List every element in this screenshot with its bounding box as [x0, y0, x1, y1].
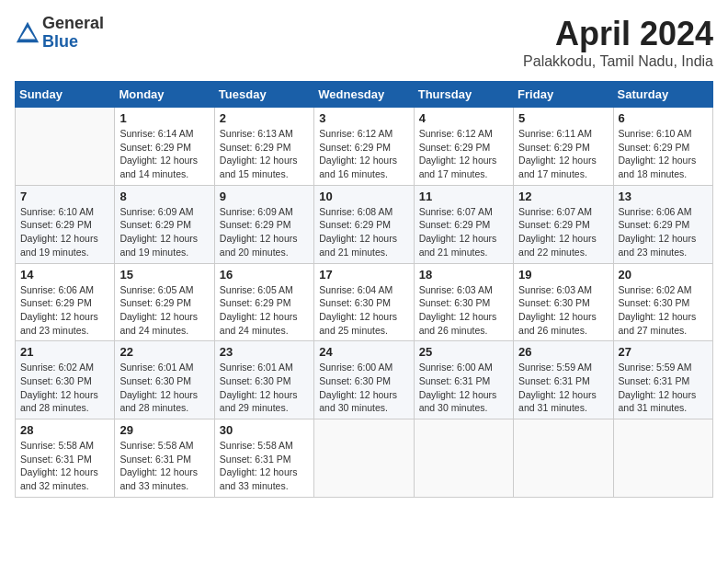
calendar-cell: 27Sunrise: 5:59 AM Sunset: 6:31 PM Dayli… — [613, 341, 712, 419]
day-number: 13 — [619, 190, 708, 203]
calendar-cell: 18Sunrise: 6:03 AM Sunset: 6:30 PM Dayli… — [414, 263, 513, 341]
day-info: Sunrise: 6:04 AM Sunset: 6:30 PM Dayligh… — [319, 283, 408, 338]
calendar-cell: 3Sunrise: 6:12 AM Sunset: 6:29 PM Daylig… — [314, 108, 414, 186]
header-row: SundayMondayTuesdayWednesdayThursdayFrid… — [16, 82, 713, 108]
calendar-cell: 26Sunrise: 5:59 AM Sunset: 6:31 PM Dayli… — [514, 341, 613, 419]
calendar-cell — [414, 419, 513, 498]
logo-blue-text: Blue — [42, 33, 104, 52]
day-number: 28 — [20, 423, 109, 437]
day-number: 24 — [319, 345, 408, 359]
calendar-table: SundayMondayTuesdayWednesdayThursdayFrid… — [15, 81, 713, 498]
day-number: 9 — [220, 190, 309, 203]
day-number: 11 — [419, 190, 508, 203]
calendar-week-5: 28Sunrise: 5:58 AM Sunset: 6:31 PM Dayli… — [16, 419, 713, 498]
calendar-cell: 12Sunrise: 6:07 AM Sunset: 6:29 PM Dayli… — [514, 185, 613, 263]
day-number: 20 — [619, 268, 708, 282]
calendar-cell: 24Sunrise: 6:00 AM Sunset: 6:30 PM Dayli… — [314, 341, 414, 419]
day-info: Sunrise: 6:01 AM Sunset: 6:30 PM Dayligh… — [220, 361, 309, 415]
day-info: Sunrise: 5:58 AM Sunset: 6:31 PM Dayligh… — [119, 439, 209, 493]
day-info: Sunrise: 6:06 AM Sunset: 6:29 PM Dayligh… — [20, 283, 109, 338]
day-number: 7 — [20, 190, 109, 203]
calendar-cell: 11Sunrise: 6:07 AM Sunset: 6:29 PM Dayli… — [414, 185, 513, 263]
calendar-cell: 17Sunrise: 6:04 AM Sunset: 6:30 PM Dayli… — [314, 263, 414, 341]
day-info: Sunrise: 6:09 AM Sunset: 6:29 PM Dayligh… — [220, 205, 309, 259]
day-info: Sunrise: 6:08 AM Sunset: 6:29 PM Dayligh… — [319, 205, 408, 259]
calendar-cell: 28Sunrise: 5:58 AM Sunset: 6:31 PM Dayli… — [16, 419, 115, 498]
calendar-cell — [16, 108, 115, 186]
header-day-friday: Friday — [514, 82, 613, 108]
day-info: Sunrise: 6:03 AM Sunset: 6:30 PM Dayligh… — [419, 283, 508, 338]
header-day-sunday: Sunday — [16, 82, 115, 108]
day-info: Sunrise: 6:02 AM Sunset: 6:30 PM Dayligh… — [20, 361, 109, 415]
day-info: Sunrise: 6:00 AM Sunset: 6:30 PM Dayligh… — [319, 361, 408, 415]
header: General Blue April 2024 Palakkodu, Tamil… — [15, 15, 713, 70]
day-number: 3 — [319, 111, 408, 125]
header-day-thursday: Thursday — [414, 82, 513, 108]
calendar-cell: 5Sunrise: 6:11 AM Sunset: 6:29 PM Daylig… — [514, 108, 613, 186]
header-day-saturday: Saturday — [613, 82, 712, 108]
calendar-cell: 15Sunrise: 6:05 AM Sunset: 6:29 PM Dayli… — [115, 263, 214, 341]
month-title: April 2024 — [523, 15, 713, 53]
calendar-cell — [613, 419, 712, 498]
calendar-week-4: 21Sunrise: 6:02 AM Sunset: 6:30 PM Dayli… — [16, 341, 713, 419]
calendar-cell: 30Sunrise: 5:58 AM Sunset: 6:31 PM Dayli… — [214, 419, 313, 498]
day-number: 18 — [419, 268, 508, 282]
calendar-cell: 21Sunrise: 6:02 AM Sunset: 6:30 PM Dayli… — [16, 341, 115, 419]
day-number: 1 — [119, 111, 209, 125]
day-number: 6 — [619, 111, 708, 125]
day-info: Sunrise: 6:09 AM Sunset: 6:29 PM Dayligh… — [119, 205, 209, 259]
calendar-cell: 23Sunrise: 6:01 AM Sunset: 6:30 PM Dayli… — [214, 341, 313, 419]
day-number: 16 — [220, 268, 309, 282]
day-number: 26 — [518, 345, 608, 359]
day-info: Sunrise: 6:02 AM Sunset: 6:30 PM Dayligh… — [619, 283, 708, 338]
day-number: 25 — [419, 345, 508, 359]
calendar-week-1: 1Sunrise: 6:14 AM Sunset: 6:29 PM Daylig… — [16, 108, 713, 186]
calendar-cell: 19Sunrise: 6:03 AM Sunset: 6:30 PM Dayli… — [514, 263, 613, 341]
day-info: Sunrise: 6:03 AM Sunset: 6:30 PM Dayligh… — [518, 283, 608, 338]
day-number: 8 — [119, 190, 209, 203]
calendar-cell: 4Sunrise: 6:12 AM Sunset: 6:29 PM Daylig… — [414, 108, 513, 186]
calendar-cell: 20Sunrise: 6:02 AM Sunset: 6:30 PM Dayli… — [613, 263, 712, 341]
day-info: Sunrise: 6:01 AM Sunset: 6:30 PM Dayligh… — [119, 361, 209, 415]
day-number: 14 — [20, 268, 109, 282]
day-info: Sunrise: 6:06 AM Sunset: 6:29 PM Dayligh… — [619, 205, 708, 259]
day-info: Sunrise: 6:12 AM Sunset: 6:29 PM Dayligh… — [319, 127, 408, 181]
location: Palakkodu, Tamil Nadu, India — [523, 53, 713, 70]
day-info: Sunrise: 6:13 AM Sunset: 6:29 PM Dayligh… — [220, 127, 309, 181]
header-day-wednesday: Wednesday — [314, 82, 414, 108]
calendar-cell: 29Sunrise: 5:58 AM Sunset: 6:31 PM Dayli… — [115, 419, 214, 498]
day-info: Sunrise: 5:58 AM Sunset: 6:31 PM Dayligh… — [20, 439, 109, 493]
day-number: 17 — [319, 268, 408, 282]
logo-text: General Blue — [42, 15, 104, 52]
day-number: 10 — [319, 190, 408, 203]
day-number: 15 — [119, 268, 209, 282]
logo-general-text: General — [42, 15, 104, 33]
calendar-week-3: 14Sunrise: 6:06 AM Sunset: 6:29 PM Dayli… — [16, 263, 713, 341]
calendar-cell: 22Sunrise: 6:01 AM Sunset: 6:30 PM Dayli… — [115, 341, 214, 419]
calendar-cell: 7Sunrise: 6:10 AM Sunset: 6:29 PM Daylig… — [16, 185, 115, 263]
calendar-cell: 8Sunrise: 6:09 AM Sunset: 6:29 PM Daylig… — [115, 185, 214, 263]
calendar-cell: 10Sunrise: 6:08 AM Sunset: 6:29 PM Dayli… — [314, 185, 414, 263]
day-number: 23 — [220, 345, 309, 359]
calendar-cell: 9Sunrise: 6:09 AM Sunset: 6:29 PM Daylig… — [214, 185, 313, 263]
day-info: Sunrise: 6:00 AM Sunset: 6:31 PM Dayligh… — [419, 361, 508, 415]
day-number: 5 — [518, 111, 608, 125]
day-number: 4 — [419, 111, 508, 125]
day-number: 2 — [220, 111, 309, 125]
calendar-cell: 14Sunrise: 6:06 AM Sunset: 6:29 PM Dayli… — [16, 263, 115, 341]
calendar-cell — [514, 419, 613, 498]
calendar-cell: 13Sunrise: 6:06 AM Sunset: 6:29 PM Dayli… — [613, 185, 712, 263]
day-info: Sunrise: 6:10 AM Sunset: 6:29 PM Dayligh… — [619, 127, 708, 181]
logo-icon — [15, 20, 40, 46]
calendar-cell: 6Sunrise: 6:10 AM Sunset: 6:29 PM Daylig… — [613, 108, 712, 186]
day-number: 27 — [619, 345, 708, 359]
day-info: Sunrise: 6:05 AM Sunset: 6:29 PM Dayligh… — [119, 283, 209, 338]
day-info: Sunrise: 5:59 AM Sunset: 6:31 PM Dayligh… — [619, 361, 708, 415]
calendar-cell: 1Sunrise: 6:14 AM Sunset: 6:29 PM Daylig… — [115, 108, 214, 186]
day-number: 29 — [119, 423, 209, 437]
calendar-cell — [314, 419, 414, 498]
day-number: 22 — [119, 345, 209, 359]
calendar-week-2: 7Sunrise: 6:10 AM Sunset: 6:29 PM Daylig… — [16, 185, 713, 263]
day-info: Sunrise: 6:12 AM Sunset: 6:29 PM Dayligh… — [419, 127, 508, 181]
day-info: Sunrise: 6:07 AM Sunset: 6:29 PM Dayligh… — [518, 205, 608, 259]
